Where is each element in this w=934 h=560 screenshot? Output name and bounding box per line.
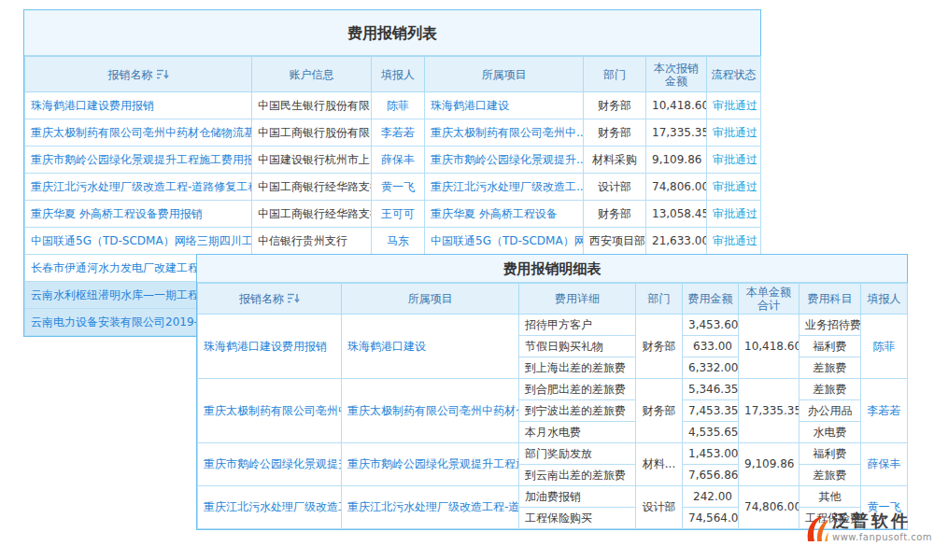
dept-cell: 财务部	[636, 315, 683, 379]
expense-subject-cell: 差旅费	[800, 357, 861, 379]
expense-subject-cell: 水电费	[800, 422, 861, 443]
column-header[interactable]: 部门	[584, 57, 646, 92]
expense-name-link[interactable]: 重庆太极制药有限公司亳州中药材仓储物流基地项...	[25, 119, 252, 147]
project-link[interactable]: 重庆太极制药有限公司亳州中药材仓储物流	[342, 379, 519, 443]
column-header[interactable]: 本次报销金额	[646, 57, 707, 92]
expense-detail-row: 重庆江北污水处理厂级改造工程-重庆江北污水处理厂级改造工程-道路修复工加油费报销…	[198, 486, 908, 508]
expense-detail-cell: 到宁波出差的差旅费	[519, 400, 636, 422]
expense-name-link[interactable]: 中国联通5G（TD-SCDMA）网络三期四川工程费...	[25, 228, 252, 255]
expense-name-link[interactable]: 重庆江北污水处理厂级改造工程-道路修复工程费用...	[25, 174, 252, 201]
expense-name-link[interactable]: 重庆市鹅岭公园绿化景观提升工程施工	[198, 443, 342, 486]
amount-cell: 74,806.00	[646, 174, 707, 201]
filler-link[interactable]: 王可可	[372, 201, 425, 228]
total-amount-cell: 10,418.60	[739, 315, 800, 379]
expense-subject-cell: 差旅费	[800, 465, 861, 486]
project-link[interactable]: 珠海鹤港口建设	[425, 92, 584, 119]
column-header-label: 费用科目	[808, 292, 853, 305]
filler-link[interactable]: 陈菲	[372, 92, 425, 119]
expense-amount-cell: 3,453.60	[683, 315, 739, 336]
column-header[interactable]: 流程状态	[707, 57, 761, 92]
expense-name-link[interactable]: 重庆华夏 外高桥工程设备费用报销	[25, 201, 252, 228]
column-header[interactable]: 费用科目	[800, 284, 861, 315]
column-header[interactable]: 账户信息	[252, 57, 372, 92]
project-link[interactable]: 重庆太极制药有限公司亳州中...	[425, 119, 584, 147]
total-amount-cell: 74,806.00	[739, 486, 800, 529]
column-header-label: 填报人	[868, 292, 901, 305]
project-link[interactable]: 重庆市鹅岭公园绿化景观提升...	[425, 147, 584, 174]
expense-subject-cell: 办公用品	[800, 400, 861, 422]
dept-cell: 西安项目部	[584, 228, 646, 255]
column-header-label: 费用详细	[555, 292, 600, 305]
column-header-label: 流程状态	[712, 68, 757, 81]
amount-cell: 13,058.45	[646, 201, 707, 228]
sort-icon[interactable]	[288, 293, 300, 303]
column-header-label: 本次报销金额	[654, 62, 699, 88]
expense-amount-cell: 633.00	[683, 336, 739, 357]
filler-link[interactable]: 薛保丰	[861, 443, 908, 486]
project-link[interactable]: 中国联通5G（TD-SCDMA）网...	[425, 228, 584, 255]
expense-detail-panel: 费用报销明细表 报销名称所属项目费用详细部门费用金额本单金额合计费用科目填报人珠…	[196, 254, 908, 530]
column-header[interactable]: 费用详细	[519, 284, 636, 315]
brand-site[interactable]: www.fanpusoft.com	[832, 532, 932, 542]
sort-icon[interactable]	[157, 69, 169, 79]
expense-amount-cell: 1,453.00	[683, 443, 739, 465]
column-header[interactable]: 所属项目	[342, 284, 519, 315]
column-header-label: 报销名称	[108, 68, 153, 81]
column-header[interactable]: 费用金额	[683, 284, 739, 315]
dept-cell: 材料采购	[584, 147, 646, 174]
expense-list-row: 珠海鹤港口建设费用报销中国民生银行股份有限...陈菲珠海鹤港口建设财务部10,4…	[25, 92, 761, 119]
column-header[interactable]: 报销名称	[198, 284, 342, 315]
filler-link[interactable]: 薛保丰	[372, 147, 425, 174]
expense-name-link[interactable]: 重庆太极制药有限公司亳州中药材	[198, 379, 342, 443]
project-link[interactable]: 重庆江北污水处理厂级改造工...	[425, 174, 584, 201]
expense-detail-cell: 节假日购买礼物	[519, 336, 636, 357]
flow-status-link[interactable]: 审批通过	[707, 228, 761, 255]
column-header[interactable]: 报销名称	[25, 57, 252, 92]
column-header[interactable]: 填报人	[861, 284, 908, 315]
expense-detail-row: 重庆市鹅岭公园绿化景观提升工程施工重庆市鹅岭公园绿化景观提升工程施工部门奖励发放…	[198, 443, 908, 465]
expense-name-link[interactable]: 珠海鹤港口建设费用报销	[198, 315, 342, 379]
expense-name-link[interactable]: 珠海鹤港口建设费用报销	[25, 92, 252, 119]
expense-list-row: 重庆华夏 外高桥工程设备费用报销中国工商银行经华路支行王可可重庆华夏 外高桥工程…	[25, 201, 761, 228]
account-info: 中国工商银行经华路支行	[252, 201, 372, 228]
column-header-label: 所属项目	[482, 68, 527, 81]
expense-list-row: 重庆市鹅岭公园绿化景观提升工程施工费用报销中国建设银行杭州市上...薛保丰重庆市…	[25, 147, 761, 174]
project-link[interactable]: 重庆市鹅岭公园绿化景观提升工程施工	[342, 443, 519, 486]
project-link[interactable]: 珠海鹤港口建设	[342, 315, 519, 379]
expense-detail-cell: 到合肥出差的差旅费	[519, 379, 636, 400]
dept-cell: 设计部	[636, 486, 683, 529]
expense-amount-cell: 4,535.65	[683, 422, 739, 443]
expense-amount-cell: 5,346.35	[683, 379, 739, 400]
filler-link[interactable]: 李若若	[372, 119, 425, 147]
amount-cell: 9,109.86	[646, 147, 707, 174]
flow-status-link[interactable]: 审批通过	[707, 201, 761, 228]
expense-subject-cell: 其他	[800, 486, 861, 508]
dept-cell: 财务部	[636, 379, 683, 443]
expense-detail-cell: 招待甲方客户	[519, 315, 636, 336]
expense-detail-cell: 加油费报销	[519, 486, 636, 508]
list-table-title: 费用报销列表	[24, 10, 760, 56]
dept-cell: 设计部	[584, 174, 646, 201]
column-header[interactable]: 填报人	[372, 57, 425, 92]
fanpu-logo-text: 泛普软件 www.fanpusoft.com	[832, 511, 932, 542]
filler-link[interactable]: 马东	[372, 228, 425, 255]
expense-name-link[interactable]: 重庆市鹅岭公园绿化景观提升工程施工费用报销	[25, 147, 252, 174]
filler-link[interactable]: 黄一飞	[372, 174, 425, 201]
expense-name-link[interactable]: 重庆江北污水处理厂级改造工程-	[198, 486, 342, 529]
dept-cell: 材料...	[636, 443, 683, 486]
column-header[interactable]: 本单金额合计	[739, 284, 800, 315]
expense-list-row: 中国联通5G（TD-SCDMA）网络三期四川工程费...中信银行贵州支行马东中国…	[25, 228, 761, 255]
expense-list-row: 重庆太极制药有限公司亳州中药材仓储物流基地项...中国工商银行股份有限李若若重庆…	[25, 119, 761, 147]
column-header[interactable]: 所属项目	[425, 57, 584, 92]
flow-status-link[interactable]: 审批通过	[707, 119, 761, 147]
flow-status-link[interactable]: 审批通过	[707, 147, 761, 174]
project-link[interactable]: 重庆华夏 外高桥工程设备	[425, 201, 584, 228]
flow-status-link[interactable]: 审批通过	[707, 174, 761, 201]
flow-status-link[interactable]: 审批通过	[707, 92, 761, 119]
account-info: 中国民生银行股份有限...	[252, 92, 372, 119]
project-link[interactable]: 重庆江北污水处理厂级改造工程-道路修复工	[342, 486, 519, 529]
column-header[interactable]: 部门	[636, 284, 683, 315]
filler-link[interactable]: 陈菲	[861, 315, 908, 379]
hand-flame-icon	[803, 511, 829, 549]
filler-link[interactable]: 李若若	[861, 379, 908, 443]
